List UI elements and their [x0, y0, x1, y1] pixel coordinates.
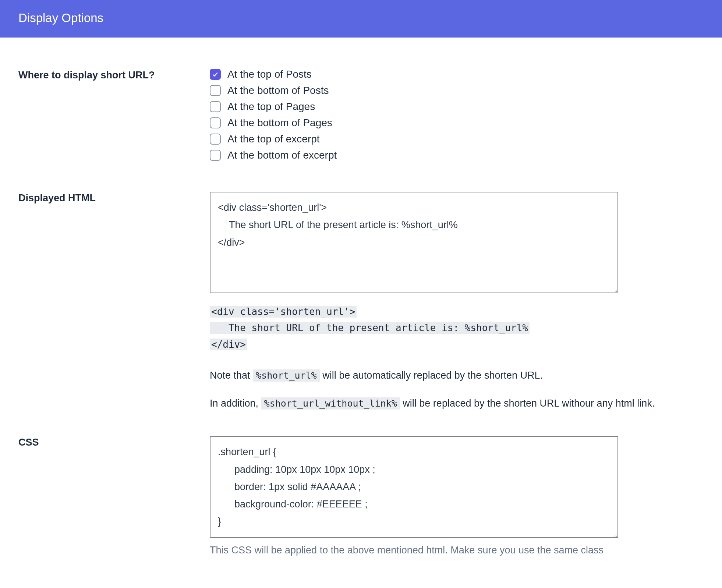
- row-css: CSS This CSS will be applied to the abov…: [18, 436, 704, 556]
- checkbox-label-2: At the top of Pages: [227, 102, 315, 112]
- checkbox-label-1: At the bottom of Posts: [227, 85, 329, 96]
- checkbox-0[interactable]: [210, 69, 221, 80]
- checkbox-row-5: At the bottom of excerpt: [210, 150, 704, 161]
- label-css: CSS: [18, 436, 210, 448]
- displayed-html-textarea[interactable]: [210, 192, 618, 293]
- inline-code-short-url-without-link: %short_url_without_link%: [261, 397, 400, 410]
- field-displayed-html: <div class='shorten_url'> The short URL …: [210, 192, 704, 410]
- checkbox-3[interactable]: [210, 117, 221, 128]
- row-displayed-html: Displayed HTML <div class='shorten_url'>…: [18, 192, 704, 410]
- inline-code-short-url: %short_url%: [253, 369, 320, 382]
- checkbox-label-3: At the bottom of Pages: [227, 118, 332, 128]
- css-helper-text: This CSS will be applied to the above me…: [210, 545, 704, 556]
- note2-post: will be replaced by the shorten URL with…: [400, 398, 655, 409]
- checkbox-row-3: At the bottom of Pages: [210, 117, 704, 128]
- checkbox-row-2: At the top of Pages: [210, 101, 704, 112]
- checkbox-row-1: At the bottom of Posts: [210, 85, 704, 96]
- note-short-url: Note that %short_url% will be automatica…: [210, 369, 704, 383]
- checkbox-label-5: At the bottom of excerpt: [227, 150, 337, 160]
- checkbox-4[interactable]: [210, 134, 221, 145]
- note2-pre: In addition,: [210, 398, 261, 409]
- note1-post: will be automatically replaced by the sh…: [320, 370, 543, 381]
- checkbox-label-0: At the top of Posts: [227, 69, 312, 79]
- note-short-url-without-link: In addition, %short_url_without_link% wi…: [210, 397, 704, 411]
- css-textarea[interactable]: [210, 436, 618, 538]
- checkbox-row-4: At the top of excerpt: [210, 134, 704, 145]
- checkbox-5[interactable]: [210, 150, 221, 161]
- checkbox-label-4: At the top of excerpt: [227, 134, 320, 144]
- checkbox-1[interactable]: [210, 85, 221, 96]
- check-icon: [212, 71, 219, 78]
- label-displayed-html: Displayed HTML: [18, 192, 210, 204]
- field-where: At the top of PostsAt the bottom of Post…: [210, 69, 704, 166]
- settings-content: Where to display short URL? At the top o…: [0, 38, 722, 571]
- banner: Display Options: [0, 0, 722, 38]
- field-css: This CSS will be applied to the above me…: [210, 436, 704, 556]
- html-code-sample: <div class='shorten_url'> The short URL …: [210, 304, 704, 353]
- checkbox-row-0: At the top of Posts: [210, 69, 704, 80]
- note1-pre: Note that: [210, 370, 253, 381]
- banner-title: Display Options: [18, 11, 103, 25]
- checkbox-2[interactable]: [210, 101, 221, 112]
- row-where: Where to display short URL? At the top o…: [18, 69, 704, 166]
- label-where: Where to display short URL?: [18, 69, 210, 81]
